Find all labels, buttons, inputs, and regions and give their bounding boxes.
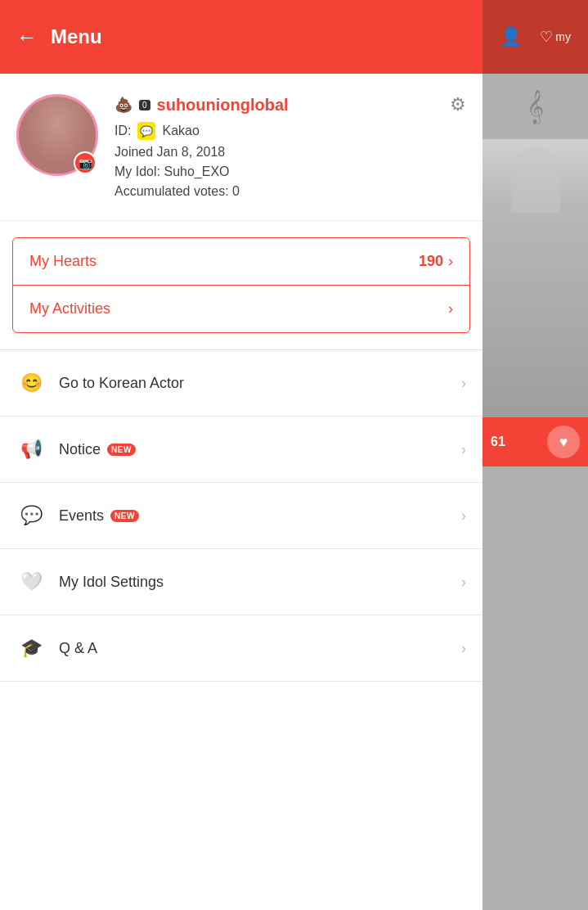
- vote-number: 61: [491, 435, 505, 449]
- my-hearts-row[interactable]: My Hearts 190 ›: [13, 238, 469, 286]
- my-label[interactable]: ♡ my: [540, 28, 571, 46]
- idol-settings-label: My Idol Settings: [59, 574, 164, 591]
- notice-icon: 📢: [16, 435, 46, 464]
- profile-section: 📷 💩 0 suhounionglobal ⚙ ID: 💬 Kakao Join…: [0, 74, 483, 221]
- id-row: ID: 💬 Kakao: [114, 122, 466, 140]
- username: suhounionglobal: [157, 96, 289, 115]
- action-box: My Hearts 190 › My Activities ›: [12, 237, 470, 333]
- right-panel: 👤 ♡ my 𝄞 61 ♥: [483, 0, 588, 910]
- activities-right: ›: [448, 300, 453, 318]
- poop-emoji: 💩: [114, 96, 132, 114]
- events-new-badge: NEW: [110, 510, 139, 522]
- notice-new-badge: NEW: [107, 444, 136, 456]
- menu-list: 😊Go to Korean Actor›📢NoticeNEW›💬EventsNE…: [0, 349, 483, 682]
- notice-chevron: ›: [461, 441, 466, 458]
- qa-chevron: ›: [461, 640, 466, 657]
- id-label: ID:: [114, 124, 131, 138]
- idol-text: My Idol: Suho_EXO: [114, 164, 466, 179]
- activities-label: My Activities: [29, 300, 110, 318]
- hearts-chevron: ›: [448, 253, 453, 270]
- header-title: Menu: [51, 25, 102, 48]
- right-image-block: 61 ♥: [483, 139, 588, 466]
- user-icon[interactable]: 👤: [500, 26, 522, 47]
- my-activities-row[interactable]: My Activities ›: [13, 286, 469, 332]
- events-icon: 💬: [16, 501, 46, 530]
- main-panel: ← Menu 📷 💩 0 suhounionglobal ⚙ ID: 💬 Kak…: [0, 0, 483, 910]
- korean-actor-chevron: ›: [461, 375, 466, 392]
- profile-info: 💩 0 suhounionglobal ⚙ ID: 💬 Kakao Joined…: [114, 94, 466, 204]
- notice-label: NoticeNEW: [59, 441, 136, 458]
- avatar-container: 📷: [16, 94, 98, 176]
- qa-label: Q & A: [59, 640, 97, 657]
- events-label: EventsNEW: [59, 507, 139, 525]
- hearts-label: My Hearts: [29, 253, 97, 270]
- joined-text: Joined Jan 8, 2018: [114, 145, 466, 160]
- menu-item-events[interactable]: 💬EventsNEW›: [0, 483, 483, 549]
- vote-panel: 61 ♥: [483, 417, 588, 466]
- right-panel-top: 👤 ♡ my: [483, 0, 588, 74]
- menu-item-notice[interactable]: 📢NoticeNEW›: [0, 417, 483, 483]
- qa-icon: 🎓: [16, 633, 46, 663]
- right-panel-music: 𝄞: [483, 74, 588, 139]
- menu-item-idol-settings[interactable]: 🤍My Idol Settings›: [0, 549, 483, 615]
- korean-actor-icon: 😊: [16, 368, 46, 398]
- idol-settings-icon: 🤍: [16, 567, 46, 597]
- korean-actor-label: Go to Korean Actor: [59, 375, 184, 392]
- menu-item-korean-actor[interactable]: 😊Go to Korean Actor›: [0, 350, 483, 417]
- hearts-value: 190: [419, 253, 443, 270]
- settings-icon[interactable]: ⚙: [450, 94, 466, 115]
- music-icon: 𝄞: [527, 89, 544, 124]
- votes-text: Accumulated votes: 0: [114, 184, 466, 199]
- id-platform: Kakao: [162, 124, 199, 138]
- menu-item-qa[interactable]: 🎓Q & A›: [0, 615, 483, 682]
- idol-settings-chevron: ›: [461, 574, 466, 591]
- back-button[interactable]: ←: [16, 25, 38, 50]
- username-row: 💩 0 suhounionglobal ⚙: [114, 94, 466, 115]
- activities-chevron: ›: [448, 300, 453, 318]
- vote-heart-button[interactable]: ♥: [547, 426, 580, 458]
- camera-icon[interactable]: 📷: [74, 151, 97, 174]
- header: ← Menu: [0, 0, 483, 74]
- events-chevron: ›: [461, 507, 466, 525]
- zero-badge: 0: [139, 100, 150, 110]
- hearts-right: 190 ›: [419, 253, 453, 270]
- kakao-badge: 💬: [137, 122, 155, 140]
